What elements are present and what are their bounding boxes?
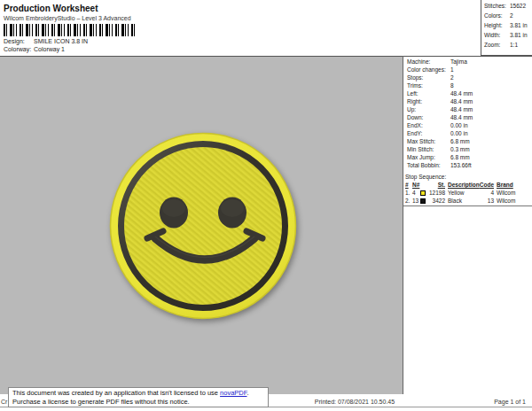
table-row: 2. 13 3422 Black 13 Wilcom [405, 198, 530, 206]
detail-machine: Machine:Tajima [407, 58, 531, 66]
novapdf-link[interactable]: novaPDF [220, 389, 246, 397]
stat-height: Height:3.81 in [484, 22, 532, 32]
machine-details-panel: Machine:Tajima Color changes:1 Stops:2 T… [407, 58, 531, 170]
notice-line-1: This document was created by an applicat… [12, 389, 264, 398]
colorway-label: Colorway: [4, 46, 34, 52]
stat-zoom: Zoom:1:1 [484, 42, 532, 51]
printed-timestamp: Printed: 07/08/2021 10.50.45 [266, 399, 443, 405]
detail-endy: EndY:0.00 in [407, 130, 531, 138]
detail-right: Right:48.4 mm [407, 98, 531, 106]
smiley-face-embroidery [0, 57, 403, 394]
detail-trims: Trims:8 [407, 82, 531, 90]
panel-divider [403, 56, 403, 394]
table-row: 1. 4 12198 Yellow 4 Wilcom [405, 190, 530, 198]
detail-max-stitch: Max Stitch:6.8 mm [407, 138, 531, 146]
design-preview-area [0, 57, 403, 394]
col-brand: Brand [497, 182, 513, 188]
stop-sequence-divider [403, 206, 532, 206]
stop-sequence-title: Stop Sequence: [405, 174, 446, 180]
detail-max-jump: Max Jump:6.8 mm [407, 154, 531, 162]
stop-sequence-header: # N# St. Description Code Brand [405, 182, 530, 190]
stat-width: Width:3.81 in [484, 32, 532, 42]
novapdf-notice: This document was created by an applicat… [8, 387, 269, 407]
face-fill [124, 147, 283, 306]
design-value: SMILE ICON 3.8 IN [34, 38, 88, 44]
production-worksheet-page: Production Worksheet Wilcom EmbroiderySt… [0, 0, 532, 411]
col-description: Description [448, 182, 480, 188]
colorway-row: Colorway:Colorway 1 [4, 46, 65, 52]
page-title: Production Worksheet [4, 4, 98, 13]
col-code: Code [476, 182, 494, 188]
notice-line-2: Purchase a license to generate PDF files… [12, 398, 264, 407]
design-row: Design:SMILE ICON 3.8 IN [4, 38, 88, 44]
detail-stops: Stops:2 [407, 74, 531, 82]
detail-color-changes: Color changes:1 [407, 66, 531, 74]
stat-colors: Colors:2 [484, 12, 532, 22]
design-label: Design: [4, 38, 34, 44]
design-barcode [4, 24, 135, 36]
detail-down: Down:48.4 mm [407, 114, 531, 122]
right-eye-highlight [221, 199, 244, 217]
detail-total-bobbin: Total Bobbin:153.66ft [407, 162, 531, 170]
detail-left: Left:48.4 mm [407, 90, 531, 98]
footer-corner-text: Cr [1, 399, 7, 405]
stop-sequence-table: # N# St. Description Code Brand 1. 4 121… [405, 182, 530, 206]
left-eye-highlight [162, 199, 185, 217]
stat-stitches: Stitches:15622 [484, 3, 532, 12]
colorway-value: Colorway 1 [34, 46, 65, 52]
detail-up: Up:48.4 mm [407, 106, 531, 114]
col-st: St. [423, 182, 445, 188]
col-n: N# [412, 182, 419, 188]
detail-endx: EndX:0.00 in [407, 122, 531, 130]
col-num: # [405, 182, 409, 188]
detail-min-stitch: Min Stitch:0.3 mm [407, 146, 531, 154]
page-number: Page 1 of 1 [494, 399, 526, 405]
app-subtitle: Wilcom EmbroideryStudio – Level 3 Advanc… [4, 15, 131, 21]
stats-box: Stitches:15622 Colors:2 Height:3.81 in W… [481, 0, 532, 56]
